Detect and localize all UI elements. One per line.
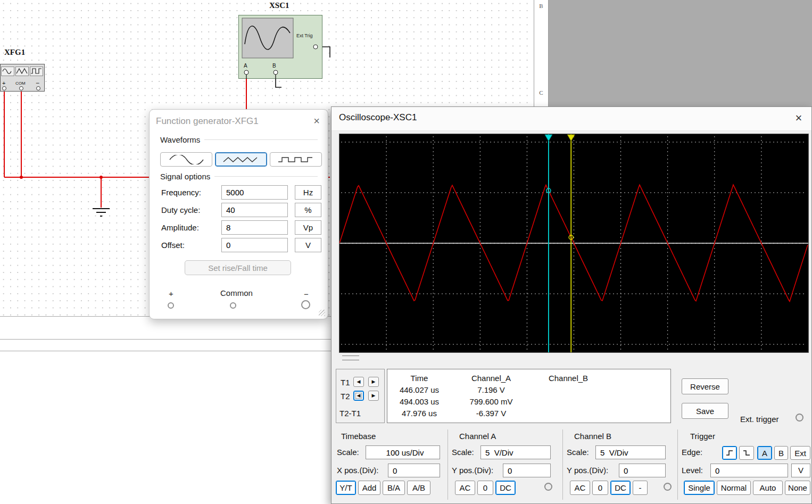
splitter-grip[interactable] [342, 356, 359, 360]
triangle-waveform-button[interactable] [215, 152, 267, 167]
right-arrow-icon: ▶ [372, 393, 376, 398]
save-button[interactable]: Save [682, 403, 728, 419]
fg-plus-terminal-label: + [2, 80, 5, 86]
close-icon[interactable]: × [310, 114, 324, 128]
channel-b-pin[interactable] [274, 70, 278, 75]
trigger-edge-label: Edge: [682, 448, 702, 457]
channel-a-pin[interactable] [244, 70, 248, 75]
trigger-none-button[interactable]: None [785, 481, 810, 495]
trigger-edge-falling-button[interactable] [739, 446, 754, 460]
waveforms-section: Waveforms [160, 135, 318, 144]
channel-a-connector[interactable] [544, 483, 552, 491]
trigger-edge-rising-button[interactable] [722, 446, 737, 460]
channel-b-connector[interactable] [664, 483, 672, 491]
channel-a-zero-button[interactable]: 0 [477, 481, 493, 495]
t1-readout-row: 446.027 us 7.196 V [387, 385, 670, 394]
trigger-auto-button[interactable]: Auto [753, 481, 783, 495]
trigger-single-button[interactable]: Single [684, 481, 715, 495]
fg-com-terminal-label: COM [15, 81, 26, 86]
t2-right-arrow-button[interactable]: ▶ [368, 391, 379, 401]
square-waveform-button[interactable] [270, 152, 322, 167]
duty-cycle-label: Duty cycle: [161, 203, 200, 217]
xsc1-component[interactable]: Ext Trig A B [238, 15, 322, 79]
t2-channel-b-value [531, 397, 606, 406]
reverse-button[interactable]: Reverse [682, 378, 728, 394]
t1-channel-b-value [531, 385, 606, 394]
channel-b-dc-button[interactable]: DC [610, 481, 631, 495]
channel-b-ac-button[interactable]: AC [570, 481, 590, 495]
fg-com-pin[interactable] [20, 87, 23, 90]
ab-mode-button[interactable]: A/B [407, 481, 430, 495]
left-arrow-icon: ◀ [357, 379, 361, 384]
sheet-border-strip: B C [534, 0, 549, 106]
frequency-unit: Hz [295, 185, 321, 200]
ext-trigger-label: Ext. trigger [740, 415, 779, 424]
channel-b-ypos-input[interactable] [619, 464, 666, 477]
channel-b-zero-button[interactable]: 0 [592, 481, 608, 495]
t1-right-arrow-button[interactable]: ▶ [368, 377, 379, 387]
t2-label: T2 [341, 392, 350, 401]
fg-minus-terminal-label: − [36, 79, 39, 87]
dialog-title[interactable]: Function generator-XFG1 [156, 116, 259, 127]
trigger-normal-button[interactable]: Normal [717, 481, 751, 495]
panel-divider [0, 339, 331, 340]
channel-b-minus-button[interactable]: - [633, 481, 648, 495]
plus-terminal-connector[interactable] [168, 302, 174, 309]
trigger-source-ext-button[interactable]: Ext [790, 446, 810, 460]
ext-trig-pin[interactable] [313, 45, 318, 49]
timebase-xpos-label: X pos.(Div): [337, 466, 378, 475]
ba-mode-button[interactable]: B/A [383, 481, 405, 495]
trigger-level-unit[interactable]: V [791, 464, 810, 477]
function-generator-dialog: Function generator-XFG1 × Waveforms Sign… [149, 109, 328, 319]
amplitude-unit: Vp [295, 220, 321, 235]
channel-a-scale-input[interactable] [480, 445, 551, 459]
section-divider [677, 429, 678, 500]
offset-unit: V [295, 238, 321, 252]
rising-edge-icon [725, 449, 734, 457]
amplitude-input[interactable] [221, 220, 288, 235]
ext-trig-label: Ext Trig [296, 33, 313, 38]
scope-trace-plot[interactable] [339, 134, 808, 352]
section-divider [562, 429, 563, 500]
multisim-workspace: B C XFG1 + COM − XSC1 [0, 0, 812, 504]
yt-mode-button[interactable]: Y/T [336, 481, 356, 495]
channel-a-ypos-input[interactable] [503, 464, 551, 477]
channel-a-ypos-label: Y pos.(Div): [452, 466, 493, 475]
sine-waveform-button[interactable] [160, 152, 212, 167]
t2-t1-label: T2-T1 [339, 409, 361, 418]
timebase-xpos-input[interactable] [388, 464, 440, 477]
trigger-title: Trigger [690, 432, 715, 441]
signal-options-section: Signal options [160, 172, 318, 181]
workspace-background [548, 0, 812, 106]
fg-plus-pin[interactable] [3, 87, 6, 90]
section-divider [448, 429, 448, 500]
close-icon[interactable]: × [790, 110, 807, 126]
border-marker-b: B [534, 3, 548, 9]
falling-edge-icon [742, 449, 751, 457]
ext-trigger-connector[interactable] [796, 414, 803, 422]
xsc1-label[interactable]: XSC1 [269, 1, 289, 10]
oscilloscope-display[interactable] [339, 134, 809, 353]
trigger-source-b-button[interactable]: B [774, 446, 788, 460]
readout-header-channel-a: Channel_A [451, 374, 531, 383]
channel-a-dc-button[interactable]: DC [495, 481, 516, 495]
channel-b-scale-input[interactable] [595, 445, 666, 459]
frequency-input[interactable] [221, 185, 288, 200]
common-terminal-connector[interactable] [230, 302, 236, 309]
t2-left-arrow-button[interactable]: ◀ [353, 391, 364, 401]
xfg1-label[interactable]: XFG1 [4, 48, 25, 57]
timebase-scale-input[interactable] [366, 445, 440, 459]
channel-a-ac-button[interactable]: AC [455, 481, 475, 495]
xfg1-component[interactable]: + COM − [0, 64, 45, 92]
duty-cycle-input[interactable] [221, 203, 288, 217]
set-rise-fall-time-button[interactable]: Set rise/Fall time [185, 260, 291, 275]
trigger-source-a-button[interactable]: A [757, 446, 772, 460]
t1-left-arrow-button[interactable]: ◀ [353, 377, 364, 387]
add-mode-button[interactable]: Add [358, 481, 380, 495]
fg-minus-pin[interactable] [37, 87, 40, 90]
trigger-level-input[interactable] [710, 464, 788, 477]
square-wave-icon [277, 155, 315, 164]
minus-terminal-connector[interactable] [301, 300, 310, 309]
resize-grip[interactable] [319, 310, 325, 316]
offset-input[interactable] [221, 238, 288, 252]
